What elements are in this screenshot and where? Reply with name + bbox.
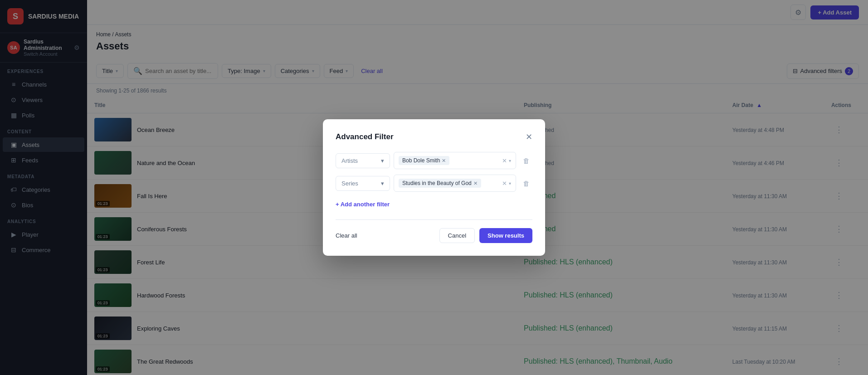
filter-value-box-1: Bob Dole Smith ✕ ✕ ▾ <box>394 152 516 169</box>
cancel-button[interactable]: Cancel <box>439 228 475 243</box>
filter-tag-studies: Studies in the Beauty of God ✕ <box>399 179 481 188</box>
modal-clear-all-button[interactable]: Clear all <box>336 232 357 239</box>
chevron-down-icon: ▾ <box>381 180 384 187</box>
filter-delete-button-1[interactable]: 🗑 <box>520 154 532 167</box>
filter-type-label: Artists <box>341 157 358 164</box>
filter-delete-button-2[interactable]: 🗑 <box>520 177 532 190</box>
filter-expand-button[interactable]: ▾ <box>509 158 511 163</box>
modal-close-button[interactable]: ✕ <box>526 132 532 142</box>
modal-footer-actions: Cancel Show results <box>439 228 532 243</box>
filter-tag-remove-button[interactable]: ✕ <box>473 181 478 186</box>
filter-type-artists[interactable]: Artists ▾ <box>336 153 390 168</box>
filter-type-label: Series <box>341 180 358 187</box>
filter-controls-1: ✕ ▾ <box>502 157 511 164</box>
show-results-button[interactable]: Show results <box>479 228 532 243</box>
add-filter-button[interactable]: + Add another filter <box>336 197 390 211</box>
modal-title: Advanced Filter <box>336 132 394 141</box>
filter-clear-button[interactable]: ✕ <box>502 180 507 187</box>
filter-expand-button[interactable]: ▾ <box>509 181 511 186</box>
filter-controls-2: ✕ ▾ <box>502 180 511 187</box>
filter-clear-button[interactable]: ✕ <box>502 157 507 164</box>
advanced-filter-modal: Advanced Filter ✕ Artists ▾ Bob Dole Smi… <box>323 119 545 256</box>
filter-type-series[interactable]: Series ▾ <box>336 176 390 191</box>
modal-footer: Clear all Cancel Show results <box>336 219 532 243</box>
filter-tag-label: Bob Dole Smith <box>402 157 440 164</box>
filter-row-1: Artists ▾ Bob Dole Smith ✕ ✕ ▾ 🗑 <box>336 152 532 169</box>
filter-tag-remove-button[interactable]: ✕ <box>442 158 446 163</box>
filter-tag-bob: Bob Dole Smith ✕ <box>399 156 449 165</box>
filter-row-2: Series ▾ Studies in the Beauty of God ✕ … <box>336 175 532 192</box>
modal-overlay: Advanced Filter ✕ Artists ▾ Bob Dole Smi… <box>0 0 868 375</box>
filter-tag-label: Studies in the Beauty of God <box>402 180 472 186</box>
chevron-down-icon: ▾ <box>381 157 384 164</box>
modal-header: Advanced Filter ✕ <box>336 132 532 142</box>
filter-value-box-2: Studies in the Beauty of God ✕ ✕ ▾ <box>394 175 516 192</box>
